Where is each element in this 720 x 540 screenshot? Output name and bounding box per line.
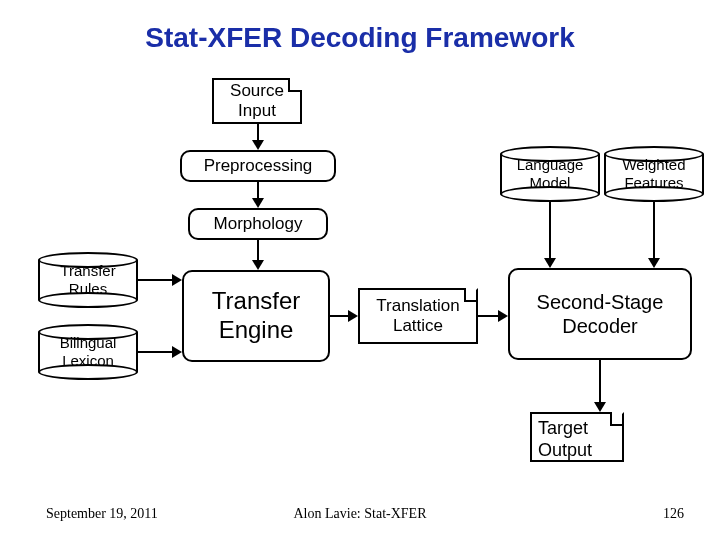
footer-author: Alon Lavie: Stat-XFER <box>0 506 720 522</box>
node-bilingual-lexicon: Bilingual Lexicon <box>38 324 138 380</box>
dogear-icon <box>288 78 302 92</box>
dogear-icon <box>610 412 624 426</box>
node-weighted-features: Weighted Features <box>604 146 704 202</box>
label-language-model: Language Model <box>500 156 600 192</box>
label-preprocessing: Preprocessing <box>204 156 313 176</box>
label-bilingual-lexicon: Bilingual Lexicon <box>38 334 138 370</box>
node-second-stage-decoder: Second-Stage Decoder <box>508 268 692 360</box>
arrow-decoder-to-target <box>594 360 606 412</box>
label-source-input: Source Input <box>230 81 284 122</box>
dogear-icon <box>464 288 478 302</box>
label-weighted-features: Weighted Features <box>604 156 704 192</box>
node-transfer-engine: Transfer Engine <box>182 270 330 362</box>
footer-page: 126 <box>663 506 684 522</box>
node-preprocessing: Preprocessing <box>180 150 336 182</box>
label-second-stage-decoder: Second-Stage Decoder <box>537 290 664 338</box>
arrow-preprocessing-to-morphology <box>252 182 264 208</box>
node-language-model: Language Model <box>500 146 600 202</box>
label-transfer-engine: Transfer Engine <box>212 287 300 345</box>
arrow-lexicon-to-engine <box>138 346 182 358</box>
arrow-morphology-to-engine <box>252 240 264 270</box>
node-morphology: Morphology <box>188 208 328 240</box>
arrow-lm-to-decoder <box>544 202 556 268</box>
label-morphology: Morphology <box>214 214 303 234</box>
arrow-engine-to-lattice <box>330 310 358 322</box>
node-translation-lattice: Translation Lattice <box>358 288 478 344</box>
label-transfer-rules: Transfer Rules <box>38 262 138 298</box>
arrow-source-to-preprocessing <box>252 124 264 150</box>
node-target-output: Target Output <box>530 412 624 462</box>
arrow-features-to-decoder <box>648 202 660 268</box>
arrow-rules-to-engine <box>138 274 182 286</box>
page-title: Stat-XFER Decoding Framework <box>0 22 720 54</box>
node-source-input: Source Input <box>212 78 302 124</box>
label-translation-lattice: Translation Lattice <box>376 296 459 337</box>
label-target-output: Target Output <box>538 418 592 461</box>
node-transfer-rules: Transfer Rules <box>38 252 138 308</box>
arrow-lattice-to-decoder <box>478 310 508 322</box>
